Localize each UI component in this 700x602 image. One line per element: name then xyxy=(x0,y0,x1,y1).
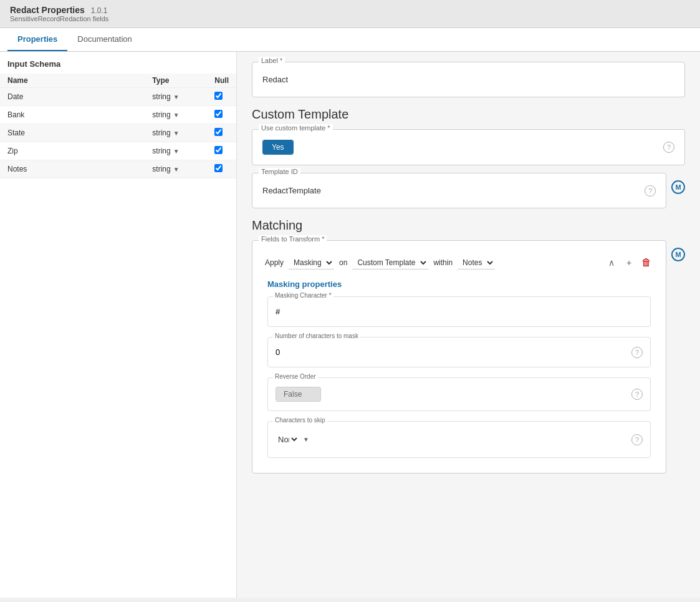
app-header: Redact Properties 1.0.1 SensitiveRecordR… xyxy=(0,0,700,28)
custom-template-heading: Custom Template xyxy=(252,107,685,122)
type-dropdown-arrow[interactable]: ▼ xyxy=(173,166,180,173)
custom-template-select[interactable]: Custom Template xyxy=(352,256,428,269)
chars-to-skip-help[interactable]: ? xyxy=(631,434,643,445)
apply-label: Apply xyxy=(265,258,284,267)
row-name: State xyxy=(0,124,145,142)
template-id-row: Template ID ? M xyxy=(252,173,685,208)
masking-char-legend: Masking Character * xyxy=(273,292,333,299)
row-null xyxy=(207,124,236,142)
template-id-fieldset: Template ID ? xyxy=(252,173,666,208)
sidebar: Input Schema Name Type Null Date string … xyxy=(0,52,237,598)
use-custom-template-help[interactable]: ? xyxy=(663,142,674,153)
masking-char-input[interactable] xyxy=(276,302,643,321)
schema-table: Name Type Null Date string ▼ Bank string… xyxy=(0,74,236,178)
matching-m-badge[interactable]: M xyxy=(671,248,685,261)
row-type: string ▼ xyxy=(145,160,207,178)
table-row: Date string ▼ xyxy=(0,88,236,106)
tab-bar: Properties Documentation xyxy=(0,28,700,52)
reverse-order-box: Reverse Order False ? xyxy=(267,377,651,411)
label-fieldset: Label * xyxy=(252,62,685,97)
row-type: string ▼ xyxy=(145,124,207,142)
tab-documentation[interactable]: Documentation xyxy=(67,28,141,51)
fields-to-transform-fieldset: Fields to Transform * Apply Masking on C… xyxy=(252,240,666,473)
reverse-order-help[interactable]: ? xyxy=(631,389,643,400)
table-row: Notes string ▼ xyxy=(0,160,236,178)
null-checkbox[interactable] xyxy=(214,110,223,118)
row-null xyxy=(207,106,236,124)
main-layout: Input Schema Name Type Null Date string … xyxy=(0,52,700,598)
col-name: Name xyxy=(0,74,145,88)
template-id-m-badge[interactable]: M xyxy=(671,180,685,194)
type-label: string xyxy=(152,110,170,119)
num-chars-input[interactable] xyxy=(276,342,624,362)
custom-template-toggle[interactable]: Yes xyxy=(262,140,294,155)
col-type: Type xyxy=(145,74,207,88)
col-null: Null xyxy=(207,74,236,88)
type-dropdown-arrow[interactable]: ▼ xyxy=(173,112,180,119)
chars-to-skip-box: Characters to skip None ▼ ? xyxy=(267,421,651,458)
chars-to-skip-select[interactable]: None xyxy=(276,430,299,449)
row-null xyxy=(207,88,236,106)
type-dropdown-arrow[interactable]: ▼ xyxy=(173,94,180,100)
use-custom-template-legend: Use custom template * xyxy=(259,124,333,132)
none-select-wrapper: None ▼ xyxy=(276,430,318,449)
reverse-order-legend: Reverse Order xyxy=(273,373,318,380)
chars-to-skip-legend: Characters to skip xyxy=(273,417,327,424)
type-label: string xyxy=(152,165,170,173)
row-type: string ▼ xyxy=(145,142,207,160)
row-name: Date xyxy=(0,88,145,106)
app-subtitle: SensitiveRecordRedaction fields xyxy=(10,15,690,22)
template-id-input[interactable] xyxy=(262,183,645,198)
fields-to-transform-legend: Fields to Transform * xyxy=(259,235,327,243)
fields-to-transform-row: Fields to Transform * Apply Masking on C… xyxy=(252,240,685,473)
sidebar-title: Input Schema xyxy=(0,59,236,74)
reverse-order-toggle[interactable]: False xyxy=(276,387,321,402)
null-checkbox[interactable] xyxy=(214,146,223,154)
row-name: Zip xyxy=(0,142,145,160)
transform-actions: ∧ + 🗑 xyxy=(605,256,653,269)
table-row: State string ▼ xyxy=(0,124,236,142)
masking-props-content: Masking Character * Number of characters… xyxy=(262,296,656,458)
null-checkbox[interactable] xyxy=(214,92,223,100)
label-input[interactable] xyxy=(262,72,674,87)
within-label: within xyxy=(433,258,453,267)
row-name: Bank xyxy=(0,106,145,124)
type-dropdown-arrow[interactable]: ▼ xyxy=(173,148,180,155)
transform-apply-row: Apply Masking on Custom Template within … xyxy=(262,251,656,274)
app-title: Redact Properties 1.0.1 xyxy=(10,5,690,15)
num-chars-help[interactable]: ? xyxy=(631,347,643,358)
row-type: string ▼ xyxy=(145,88,207,106)
type-label: string xyxy=(152,92,170,101)
template-id-help[interactable]: ? xyxy=(645,185,656,197)
table-row: Bank string ▼ xyxy=(0,106,236,124)
row-null xyxy=(207,142,236,160)
content-area: Label * Custom Template Use custom templ… xyxy=(237,52,700,598)
table-row: Zip string ▼ xyxy=(0,142,236,160)
toggle-yes[interactable]: Yes xyxy=(263,140,293,154)
num-chars-legend: Number of characters to mask xyxy=(273,333,360,339)
notes-select[interactable]: Notes xyxy=(458,256,495,269)
type-label: string xyxy=(152,147,170,155)
num-chars-box: Number of characters to mask ? xyxy=(267,337,651,367)
label-legend: Label * xyxy=(259,57,285,64)
false-label[interactable]: False xyxy=(276,387,309,401)
type-label: string xyxy=(152,129,170,137)
masking-char-box: Masking Character * xyxy=(267,296,651,327)
on-label: on xyxy=(339,258,347,267)
delete-transform-btn[interactable]: 🗑 xyxy=(640,256,653,269)
row-name: Notes xyxy=(0,160,145,178)
template-id-legend: Template ID xyxy=(259,168,300,175)
tab-properties[interactable]: Properties xyxy=(7,28,67,51)
matching-heading: Matching xyxy=(252,218,685,233)
add-transform-btn[interactable]: + xyxy=(622,256,636,269)
masking-select[interactable]: Masking xyxy=(289,256,334,269)
use-custom-template-fieldset: Use custom template * Yes ? xyxy=(252,129,685,165)
type-dropdown-arrow[interactable]: ▼ xyxy=(173,130,180,137)
chevron-up-btn[interactable]: ∧ xyxy=(605,256,618,269)
row-type: string ▼ xyxy=(145,106,207,124)
row-null xyxy=(207,160,236,178)
null-checkbox[interactable] xyxy=(214,164,223,172)
null-checkbox[interactable] xyxy=(214,128,223,136)
